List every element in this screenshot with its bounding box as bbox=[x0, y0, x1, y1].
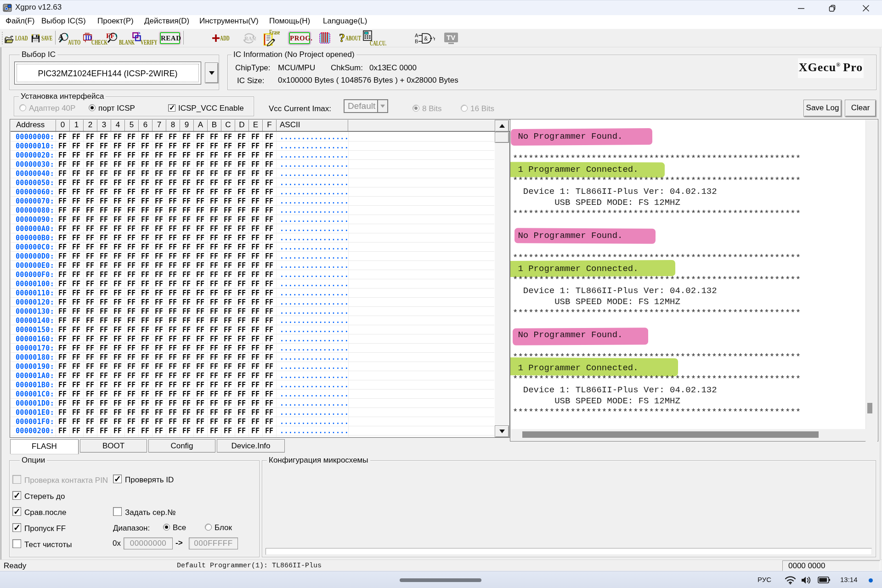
hex-byte[interactable]: FF bbox=[152, 289, 166, 297]
hex-byte[interactable]: FF bbox=[124, 151, 138, 159]
hex-row[interactable]: 00000180:FFFFFFFFFFFFFFFFFFFFFFFFFFFFFFF… bbox=[11, 353, 494, 362]
hex-row[interactable]: 00000200:FFFFFFFFFFFFFFFFFFFFFFFFFFFFFFF… bbox=[11, 427, 494, 436]
hex-byte[interactable]: FF bbox=[262, 381, 276, 389]
hex-byte[interactable]: FF bbox=[97, 298, 111, 306]
hex-byte[interactable]: FF bbox=[152, 225, 166, 233]
hex-byte[interactable]: FF bbox=[249, 317, 262, 325]
hex-byte[interactable]: FF bbox=[152, 427, 166, 435]
hex-byte[interactable]: FF bbox=[166, 335, 180, 343]
hex-byte[interactable]: FF bbox=[56, 215, 69, 224]
hex-byte[interactable]: FF bbox=[193, 307, 207, 316]
hex-byte[interactable]: FF bbox=[193, 234, 207, 242]
tab-config[interactable]: Config bbox=[148, 439, 215, 452]
hex-byte[interactable]: FF bbox=[152, 243, 166, 251]
hex-byte[interactable]: FF bbox=[221, 289, 235, 297]
wifi-icon[interactable] bbox=[785, 576, 796, 587]
hex-byte[interactable]: FF bbox=[180, 326, 193, 334]
hex-byte[interactable]: FF bbox=[249, 133, 262, 141]
hex-byte[interactable]: FF bbox=[83, 362, 97, 371]
hex-byte[interactable]: FF bbox=[111, 307, 124, 316]
hex-byte[interactable]: FF bbox=[221, 179, 235, 187]
hex-byte[interactable]: FF bbox=[249, 160, 262, 169]
scrollbar-track[interactable] bbox=[495, 120, 509, 437]
hex-row[interactable]: 000001E0:FFFFFFFFFFFFFFFFFFFFFFFFFFFFFFF… bbox=[11, 408, 494, 418]
hex-byte[interactable]: FF bbox=[97, 289, 111, 297]
hex-byte[interactable]: FF bbox=[69, 326, 83, 334]
hex-byte[interactable]: FF bbox=[97, 307, 111, 316]
hex-byte[interactable]: FF bbox=[221, 408, 235, 417]
hex-byte[interactable]: FF bbox=[262, 390, 276, 398]
hex-byte[interactable]: FF bbox=[83, 142, 97, 150]
erase-before-checkbox[interactable] bbox=[12, 491, 21, 500]
hex-byte[interactable]: FF bbox=[111, 298, 124, 306]
hex-byte[interactable]: FF bbox=[56, 317, 69, 325]
hex-byte[interactable]: FF bbox=[138, 188, 152, 196]
hex-byte[interactable]: FF bbox=[180, 234, 193, 242]
hex-byte[interactable]: FF bbox=[138, 298, 152, 306]
hex-byte[interactable]: FF bbox=[235, 408, 249, 417]
hex-byte[interactable]: FF bbox=[124, 179, 138, 187]
hex-byte[interactable]: FF bbox=[221, 197, 235, 205]
hex-byte[interactable]: FF bbox=[111, 261, 124, 270]
hex-byte[interactable]: FF bbox=[56, 252, 69, 260]
hex-byte[interactable]: FF bbox=[152, 179, 166, 187]
hex-byte[interactable]: FF bbox=[207, 280, 221, 288]
hex-byte[interactable]: FF bbox=[180, 353, 193, 362]
hex-byte[interactable]: FF bbox=[152, 261, 166, 270]
hex-editor-table[interactable]: Address0123456789ABCDEFASCII00000000:FFF… bbox=[10, 119, 510, 438]
language-indicator[interactable]: РУС bbox=[758, 576, 771, 583]
hex-byte[interactable]: FF bbox=[221, 362, 235, 371]
hex-byte[interactable]: FF bbox=[180, 252, 193, 260]
hex-byte[interactable]: FF bbox=[138, 225, 152, 233]
hex-byte[interactable]: FF bbox=[180, 179, 193, 187]
hex-byte[interactable]: FF bbox=[193, 206, 207, 215]
hex-byte[interactable]: FF bbox=[69, 427, 83, 435]
hex-byte[interactable]: FF bbox=[69, 317, 83, 325]
hex-byte[interactable]: FF bbox=[124, 133, 138, 141]
scrollbar-thumb[interactable] bbox=[522, 431, 819, 438]
hex-byte[interactable]: FF bbox=[166, 408, 180, 417]
hex-byte[interactable]: FF bbox=[152, 151, 166, 159]
hex-byte[interactable]: FF bbox=[152, 271, 166, 279]
battery-icon[interactable] bbox=[818, 576, 830, 586]
hex-byte[interactable]: FF bbox=[97, 151, 111, 159]
hex-byte[interactable]: FF bbox=[193, 142, 207, 150]
hex-byte[interactable]: FF bbox=[97, 408, 111, 417]
hex-byte[interactable]: FF bbox=[83, 179, 97, 187]
hex-byte[interactable]: FF bbox=[180, 317, 193, 325]
hex-byte[interactable]: FF bbox=[262, 353, 276, 362]
menu-item-7[interactable]: Language(L) bbox=[323, 17, 367, 28]
scrollbar-thumb[interactable] bbox=[867, 403, 872, 413]
hex-byte[interactable]: FF bbox=[56, 179, 69, 187]
hex-byte[interactable]: FF bbox=[138, 261, 152, 270]
hex-byte[interactable]: FF bbox=[180, 344, 193, 352]
hex-byte[interactable]: FF bbox=[221, 344, 235, 352]
hex-byte[interactable]: FF bbox=[249, 215, 262, 224]
hex-byte[interactable]: FF bbox=[180, 188, 193, 196]
hex-row[interactable]: 00000120:FFFFFFFFFFFFFFFFFFFFFFFFFFFFFFF… bbox=[11, 298, 494, 307]
hex-byte[interactable]: FF bbox=[249, 418, 262, 426]
hex-row[interactable]: 00000040:FFFFFFFFFFFFFFFFFFFFFFFFFFFFFFF… bbox=[11, 170, 494, 179]
hex-byte[interactable]: FF bbox=[221, 261, 235, 270]
hex-byte[interactable]: FF bbox=[166, 317, 180, 325]
hex-byte[interactable]: FF bbox=[235, 427, 249, 435]
hex-byte[interactable]: FF bbox=[193, 289, 207, 297]
hex-byte[interactable]: FF bbox=[166, 252, 180, 260]
hex-row[interactable]: 00000060:FFFFFFFFFFFFFFFFFFFFFFFFFFFFFFF… bbox=[11, 188, 494, 197]
hex-byte[interactable]: FF bbox=[138, 362, 152, 371]
hex-byte[interactable]: FF bbox=[56, 142, 69, 150]
hex-byte[interactable]: FF bbox=[69, 234, 83, 242]
hex-byte[interactable]: FF bbox=[56, 344, 69, 352]
hex-byte[interactable]: FF bbox=[83, 225, 97, 233]
hex-row[interactable]: 000001F0:FFFFFFFFFFFFFFFFFFFFFFFFFFFFFFF… bbox=[11, 418, 494, 427]
hex-byte[interactable]: FF bbox=[152, 170, 166, 178]
hex-byte[interactable]: FF bbox=[97, 142, 111, 150]
hex-byte[interactable]: FF bbox=[124, 317, 138, 325]
hex-byte[interactable]: FF bbox=[69, 390, 83, 398]
hex-byte[interactable]: FF bbox=[235, 243, 249, 251]
hex-byte[interactable]: FF bbox=[138, 271, 152, 279]
hex-byte[interactable]: FF bbox=[221, 151, 235, 159]
hex-byte[interactable]: FF bbox=[111, 252, 124, 260]
hex-byte[interactable]: FF bbox=[97, 427, 111, 435]
hex-byte[interactable]: FF bbox=[193, 160, 207, 169]
